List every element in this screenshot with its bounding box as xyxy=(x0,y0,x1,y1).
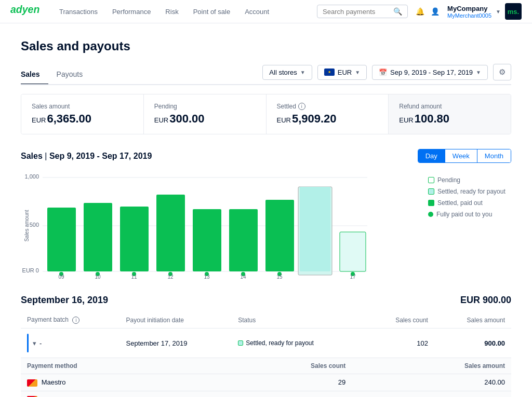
svg-text:adyen: adyen xyxy=(10,4,39,15)
svg-rect-33 xyxy=(340,232,366,271)
pm-col-method: Payment method xyxy=(21,358,209,374)
settled-info-icon[interactable]: i xyxy=(298,103,305,110)
svg-rect-8 xyxy=(47,208,76,271)
store-filter-label: All stores xyxy=(269,69,297,76)
pm-count-maestro: 29 xyxy=(209,374,352,391)
chart-header: Sales | Sep 9, 2019 - Sep 17, 2019 Day W… xyxy=(21,149,511,163)
search-input[interactable] xyxy=(323,8,390,16)
row-payout-date: September 17, 2019 xyxy=(120,328,232,358)
stat-sales-value: EUR6,365.00 xyxy=(32,112,133,126)
stat-sales-label: Sales amount xyxy=(32,103,133,110)
currency-chevron-icon: ▼ xyxy=(355,70,360,75)
chart-period: Sep 9, 2019 - Sep 17, 2019 xyxy=(49,152,152,160)
stats-cards: Sales amount EUR6,365.00 Pending EUR300.… xyxy=(21,94,511,134)
row-indicator xyxy=(27,334,29,352)
stat-refund-currency: EUR xyxy=(399,116,413,124)
col-status: Status xyxy=(232,312,366,328)
batch-info-icon[interactable]: i xyxy=(72,317,79,324)
legend-fully-paid-label: Fully paid out to you xyxy=(436,211,492,218)
row-batch: ▾ - xyxy=(21,328,120,358)
svg-text:17: 17 xyxy=(350,274,356,280)
legend-settled-ready-label: Settled, ready for payout xyxy=(437,188,506,195)
pm-method-mastercard: Mastercard xyxy=(21,391,209,397)
page-content: Sales and payouts Sales Payouts All stor… xyxy=(0,23,532,397)
day-view-button[interactable]: Day xyxy=(418,149,445,162)
stat-refund: Refund amount EUR100.80 xyxy=(389,94,511,134)
expand-icon[interactable]: ▾ xyxy=(33,339,36,347)
store-filter[interactable]: All stores ▼ xyxy=(262,65,312,80)
pm-row-mastercard: Mastercard 38 353.00 xyxy=(21,391,511,397)
legend-settled-paid-icon xyxy=(428,200,434,206)
currency-filter[interactable]: ★ EUR ▼ xyxy=(317,65,367,80)
svg-rect-23 xyxy=(229,209,258,271)
nav-transactions[interactable]: Transactions xyxy=(57,7,100,17)
row-sales-amount: 900.00 xyxy=(434,328,511,358)
chart-legend: Pending Settled, ready for payout Settle… xyxy=(428,176,511,285)
nav-risk[interactable]: Risk xyxy=(163,7,180,17)
svg-text:13: 13 xyxy=(204,274,210,280)
svg-text:EUR 0: EUR 0 xyxy=(22,267,39,273)
svg-rect-11 xyxy=(84,203,112,271)
month-view-button[interactable]: Month xyxy=(477,149,511,162)
svg-rect-30 xyxy=(300,187,330,271)
nav-pos[interactable]: Point of sale xyxy=(191,7,233,17)
settings-gear-button[interactable]: ⚙ xyxy=(493,64,511,80)
stat-settled-value: EUR5,909.20 xyxy=(277,112,378,126)
merchant-id: MyMerchant0005 xyxy=(447,12,491,19)
pm-row-maestro: Maestro 29 240.00 xyxy=(21,374,511,391)
tab-bar: Sales Payouts xyxy=(21,65,99,85)
stat-settled-currency: EUR xyxy=(277,116,291,124)
detail-header: September 16, 2019 EUR 900.00 xyxy=(21,295,511,306)
svg-text:1,000: 1,000 xyxy=(24,173,39,180)
tab-sales[interactable]: Sales xyxy=(21,65,48,85)
col-sales-count: Sales count xyxy=(366,312,434,328)
status-badge: Settled, ready for payout xyxy=(238,339,314,347)
date-range-label: Sep 9, 2019 - Sep 17, 2019 xyxy=(390,69,473,76)
detail-section: September 16, 2019 EUR 900.00 Payment ba… xyxy=(21,295,511,397)
svg-text:12: 12 xyxy=(167,274,174,280)
chart-container: 1,000 500 EUR 0 Sales amount 09 xyxy=(21,171,511,280)
date-chevron-icon: ▼ xyxy=(476,70,481,75)
detail-table: Payment batch i Payout initiation date S… xyxy=(21,312,511,358)
brand-logo: adyen xyxy=(10,4,42,19)
svg-text:14: 14 xyxy=(240,274,246,280)
batch-value: - xyxy=(39,339,42,347)
chart-title: Sales | Sep 9, 2019 - Sep 17, 2019 xyxy=(21,152,152,161)
eu-flag-icon: ★ xyxy=(324,69,335,76)
col-payout-date: Payout initiation date xyxy=(120,312,232,328)
legend-settled-ready: Settled, ready for payout xyxy=(428,188,511,195)
status-dot-icon xyxy=(238,340,243,346)
nav-performance[interactable]: Performance xyxy=(110,7,153,17)
svg-text:500: 500 xyxy=(30,222,39,228)
week-view-button[interactable]: Week xyxy=(445,149,477,162)
pm-count-mastercard: 38 xyxy=(209,391,352,397)
search-box[interactable]: 🔍 xyxy=(317,5,408,18)
svg-rect-20 xyxy=(193,209,221,271)
svg-rect-14 xyxy=(120,207,149,271)
legend-settled-paid-label: Settled, paid out xyxy=(437,199,483,207)
account-dropdown[interactable]: MyCompany MyMerchant0005 ▼ xyxy=(447,5,501,19)
chart-svg: 1,000 500 EUR 0 Sales amount 09 xyxy=(21,171,423,280)
stat-refund-value: EUR100.80 xyxy=(399,112,500,126)
detail-amount: EUR 900.00 xyxy=(460,295,511,306)
stat-pending-label: Pending xyxy=(154,103,256,110)
currency-filter-label: EUR xyxy=(338,69,352,76)
col-sales-amount: Sales amount xyxy=(434,312,511,328)
bell-icon[interactable]: 🔔 xyxy=(416,7,424,16)
date-range-filter[interactable]: 📅 Sep 9, 2019 - Sep 17, 2019 ▼ xyxy=(372,65,488,80)
account-chevron-icon: ▼ xyxy=(496,9,501,15)
svg-rect-17 xyxy=(156,195,185,271)
svg-text:Sales amount: Sales amount xyxy=(24,210,30,241)
stat-refund-label: Refund amount xyxy=(399,103,500,110)
account-name: MyCompany xyxy=(447,5,491,12)
nav-account[interactable]: Account xyxy=(243,7,271,17)
maestro-icon xyxy=(27,379,37,387)
legend-pending-icon xyxy=(428,177,434,183)
user-icon[interactable]: 👤 xyxy=(431,7,440,16)
tab-payouts[interactable]: Payouts xyxy=(57,65,91,85)
legend-pending-label: Pending xyxy=(437,176,460,184)
top-navigation: adyen Transactions Performance Risk Poin… xyxy=(0,0,532,23)
chart-view-selector: Day Week Month xyxy=(418,149,511,163)
row-status: Settled, ready for payout xyxy=(232,328,366,358)
row-sales-count: 102 xyxy=(366,328,434,358)
